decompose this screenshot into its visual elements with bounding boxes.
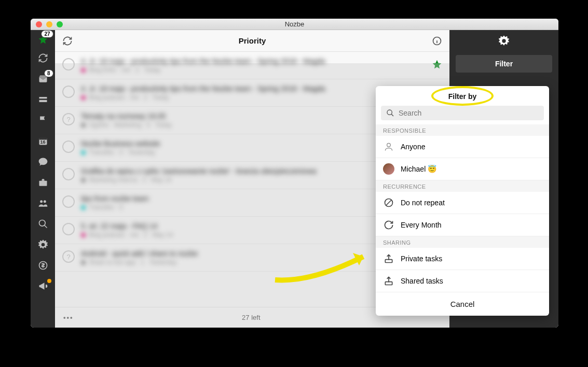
repeat-icon — [383, 219, 394, 231]
refresh-icon — [38, 53, 48, 63]
sidebar-refresh[interactable] — [37, 52, 49, 64]
svg-rect-0 — [39, 97, 47, 98]
project-dot-icon — [81, 178, 86, 182]
project-dot-icon — [81, 233, 86, 237]
info-icon — [432, 36, 442, 46]
filter-label: Michael 😇 — [401, 165, 436, 173]
sync-icon — [62, 36, 73, 46]
sidebar-team[interactable] — [37, 197, 49, 209]
sidebar-calendar[interactable]: 16 — [37, 135, 49, 147]
share-icon — [383, 275, 394, 287]
project-dot-icon — [81, 95, 86, 100]
toolbar-title: Priority — [239, 36, 266, 45]
filter-label: Shared tasks — [401, 277, 443, 285]
project-dot-icon — [81, 68, 86, 73]
filter-label: Private tasks — [401, 255, 442, 263]
inbox-badge: 8 — [44, 69, 53, 77]
task-star-icon[interactable] — [432, 59, 442, 72]
search-icon — [38, 219, 48, 229]
filter-private-tasks[interactable]: Private tasks — [376, 248, 549, 270]
task-number: 5. — [81, 222, 87, 230]
no-repeat-icon — [383, 197, 394, 208]
task-checkbox[interactable] — [62, 195, 75, 208]
task-row[interactable]: 4.Jr. 18 maja - productivity tips from t… — [55, 52, 449, 79]
sidebar-projects[interactable] — [37, 93, 49, 106]
filter-label: Do not repeat — [401, 199, 445, 207]
rightpanel-settings-button[interactable] — [498, 35, 510, 49]
share-icon — [383, 253, 394, 264]
promo-dot — [47, 279, 51, 283]
svg-rect-14 — [385, 282, 392, 285]
task-checkbox[interactable] — [62, 140, 75, 153]
svg-point-6 — [43, 200, 46, 203]
task-checkbox[interactable] — [62, 58, 75, 70]
sidebar-search[interactable] — [37, 218, 49, 230]
task-number: 4. — [81, 57, 87, 65]
sidebar-inbox[interactable]: 8 — [37, 73, 49, 85]
dollar-icon — [38, 260, 48, 271]
project-dot-icon — [81, 260, 86, 265]
task-checkbox[interactable] — [62, 223, 75, 235]
svg-rect-13 — [385, 260, 392, 263]
task-number: 4. — [81, 84, 87, 93]
calendar-day: 16 — [40, 139, 45, 145]
filter-popup: Filter by RESPONSIBLE Anyone Michael 😇 R… — [376, 86, 549, 316]
sidebar-templates[interactable] — [37, 176, 49, 189]
toolbar: Priority — [55, 30, 449, 52]
megaphone-icon — [38, 281, 48, 291]
team-icon — [38, 198, 48, 208]
briefcase-icon — [38, 177, 48, 188]
svg-rect-1 — [39, 100, 47, 102]
flag-icon — [38, 115, 48, 125]
filter-shared-tasks[interactable]: Shared tasks — [376, 270, 549, 292]
toolbar-sync-button[interactable] — [62, 36, 73, 46]
sidebar-settings[interactable] — [37, 238, 49, 251]
toolbar-info-button[interactable] — [432, 36, 442, 46]
footer-menu-button[interactable]: ••• — [63, 314, 74, 321]
chat-icon — [38, 157, 48, 167]
person-icon — [383, 141, 394, 152]
priority-badge: 27 — [41, 30, 53, 38]
filter-label: Anyone — [401, 143, 425, 151]
svg-point-7 — [39, 220, 45, 227]
svg-rect-4 — [39, 181, 47, 186]
sidebar-comments[interactable] — [37, 156, 49, 168]
gear-icon — [498, 35, 510, 47]
task-checkbox[interactable]: ? — [62, 250, 75, 263]
filter-michael[interactable]: Michael 😇 — [376, 158, 549, 180]
filter-every-month[interactable]: Every Month — [376, 214, 549, 236]
sidebar-promo[interactable] — [37, 280, 49, 292]
task-checkbox[interactable] — [62, 168, 75, 180]
svg-point-5 — [40, 200, 43, 203]
filter-button[interactable]: Filter — [456, 55, 552, 73]
project-dot-icon — [81, 205, 86, 210]
search-icon — [386, 109, 394, 117]
task-meta: Blog ENG · me · 2 · Today — [81, 66, 426, 74]
task-body: 4.Jr. 18 maja - productivity tips from t… — [81, 57, 426, 74]
filter-anyone[interactable]: Anyone — [376, 136, 549, 158]
sidebar: 27 8 16 — [31, 30, 55, 328]
section-responsible: RESPONSIBLE — [376, 124, 549, 136]
task-checkbox[interactable] — [62, 86, 75, 98]
svg-point-11 — [387, 143, 391, 147]
section-recurrence: RECURRENCE — [376, 180, 549, 192]
projects-icon — [38, 94, 48, 105]
sidebar-priority[interactable]: 27 — [37, 33, 49, 46]
filter-do-not-repeat[interactable]: Do not repeat — [376, 192, 549, 214]
section-sharing: SHARING — [376, 236, 549, 248]
window-title: Nozbe — [31, 20, 558, 28]
gear-icon — [38, 239, 48, 250]
task-checkbox[interactable]: ? — [62, 113, 75, 125]
popup-cancel-button[interactable]: Cancel — [376, 292, 549, 316]
project-dot-icon — [81, 150, 86, 155]
task-title: 4.Jr. 18 maja - productivity tips from t… — [81, 57, 426, 65]
project-dot-icon — [81, 123, 86, 128]
svg-point-10 — [387, 110, 392, 115]
popup-search-input[interactable] — [399, 109, 539, 117]
sidebar-account[interactable] — [37, 259, 49, 272]
sidebar-categories[interactable] — [37, 114, 49, 126]
popup-search[interactable] — [381, 106, 544, 120]
titlebar: Nozbe — [31, 19, 558, 30]
filter-label: Every Month — [401, 221, 442, 229]
avatar-icon — [383, 163, 394, 175]
